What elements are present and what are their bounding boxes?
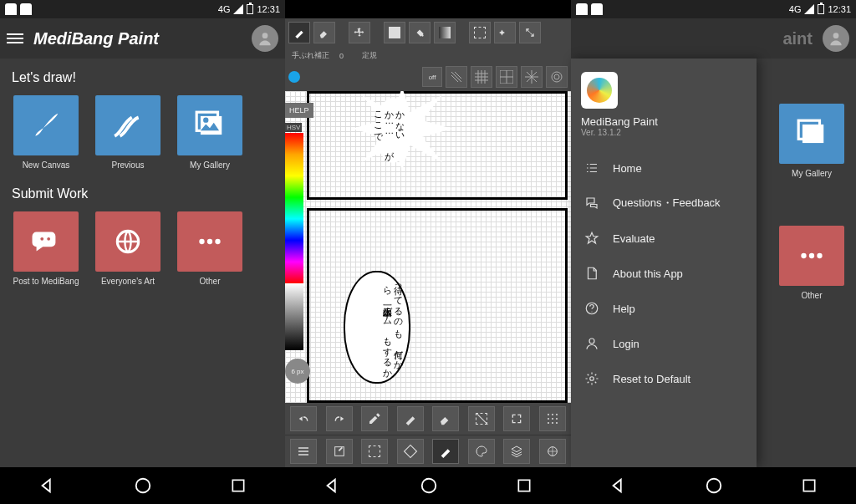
back-button[interactable]: [324, 476, 342, 495]
canvas[interactable]: かないか…… がここで 待ってるのも 何だから 一人山手線ゲーム もするか HE…: [285, 91, 571, 403]
svg-point-15: [552, 414, 553, 415]
android-navbar: [285, 467, 571, 504]
eyedropper-button[interactable]: [361, 406, 388, 431]
tool-select[interactable]: [469, 22, 491, 43]
brush-tab[interactable]: [432, 439, 459, 464]
grid-button[interactable]: [539, 406, 566, 431]
bg-tile-other: Other: [777, 226, 846, 300]
svg-point-28: [833, 33, 839, 38]
eraser-button[interactable]: [432, 406, 459, 431]
profile-avatar[interactable]: [252, 25, 278, 52]
svg-point-14: [548, 414, 549, 415]
ruler-grid[interactable]: [471, 66, 492, 88]
materials-button[interactable]: [539, 439, 566, 464]
drawer-item-reset[interactable]: Reset to Default: [571, 361, 757, 396]
tile-everyones-art[interactable]: Everyone's Art: [94, 211, 162, 286]
signal-icon: [804, 4, 814, 14]
profile-avatar[interactable]: [823, 25, 849, 52]
hsv-label[interactable]: HSV: [285, 123, 302, 132]
redo-button[interactable]: [326, 406, 353, 431]
help-button[interactable]: HELP: [285, 103, 313, 118]
tool-transform[interactable]: [519, 22, 541, 43]
svg-point-13: [552, 72, 562, 82]
drawer-item-help[interactable]: Help: [571, 291, 757, 326]
svg-point-0: [262, 33, 268, 38]
hue-slider[interactable]: [285, 133, 303, 283]
home-button[interactable]: [134, 476, 152, 495]
tile-other[interactable]: Other: [176, 211, 244, 286]
ruler-concentric[interactable]: [546, 66, 568, 88]
svg-point-18: [552, 418, 553, 420]
svg-point-32: [809, 253, 814, 258]
toolbar-settings-row: 手ぶれ補正 0 定規: [285, 47, 571, 64]
list-icon: [584, 160, 599, 176]
svg-point-5: [47, 237, 50, 241]
undo-button[interactable]: [290, 406, 317, 431]
ruler-off[interactable]: off: [422, 67, 442, 87]
back-button[interactable]: [609, 476, 628, 495]
drawer-item-home[interactable]: Home: [571, 150, 757, 186]
tool-pen[interactable]: [288, 22, 310, 43]
drawer-item-about[interactable]: About this App: [571, 256, 757, 291]
stabilizer-value[interactable]: 0: [336, 50, 347, 62]
rotate-button[interactable]: [397, 439, 424, 464]
tool-eraser[interactable]: [313, 22, 335, 43]
svg-point-19: [556, 418, 558, 420]
tool-wand[interactable]: [494, 22, 516, 43]
recents-button[interactable]: [801, 477, 818, 494]
drawer-item-feedback[interactable]: Questions・Feedback: [571, 186, 757, 221]
home-button[interactable]: [705, 476, 723, 495]
layers-button[interactable]: [503, 439, 530, 464]
brush-size-knob[interactable]: 6 px: [285, 359, 310, 384]
color-indicator[interactable]: [288, 71, 300, 83]
brushes-icon: [112, 109, 144, 141]
pen-button[interactable]: [397, 406, 424, 431]
tool-fill[interactable]: [384, 22, 405, 43]
edit-button[interactable]: [326, 439, 353, 464]
tool-move[interactable]: [349, 22, 370, 43]
signal-icon: [233, 4, 243, 14]
tool-bucket[interactable]: [409, 22, 431, 43]
svg-point-7: [199, 239, 204, 244]
star-icon: [584, 231, 599, 246]
status-bar: [285, 0, 571, 18]
phone-drawer-screen: 4G 12:31 aint My Gallery Other: [571, 0, 856, 504]
svg-point-26: [422, 479, 436, 493]
home-panel: Let's draw! New Canvas Previous My Galle…: [0, 59, 285, 467]
android-navbar: [571, 467, 856, 504]
tile-post-medibang[interactable]: Post to MediBang: [12, 211, 80, 286]
drawer-version: Ver. 13.1.2: [581, 128, 746, 137]
palette-button[interactable]: [468, 439, 495, 464]
svg-point-35: [589, 339, 594, 344]
ruler-vanishing[interactable]: [496, 66, 517, 88]
toolbar-bottom: [285, 403, 571, 467]
selection-button[interactable]: [361, 439, 388, 464]
fullscreen-button[interactable]: [503, 406, 530, 431]
svg-rect-24: [404, 445, 416, 458]
drawer-item-login[interactable]: Login: [571, 326, 757, 361]
svg-point-4: [40, 237, 43, 241]
menu-button[interactable]: [290, 439, 317, 464]
status-bar: 4G 12:31: [571, 0, 856, 18]
deselect-button[interactable]: [468, 406, 495, 431]
network-label: 4G: [218, 4, 231, 14]
svg-point-9: [215, 239, 220, 244]
tile-new-canvas[interactable]: New Canvas: [12, 95, 80, 170]
tile-previous[interactable]: Previous: [94, 95, 162, 170]
ruler-radial[interactable]: [521, 66, 543, 88]
speech-bubble-1: かないか…… がここで: [375, 98, 410, 163]
tool-gradient[interactable]: [434, 22, 456, 43]
tile-my-gallery[interactable]: My Gallery: [176, 95, 244, 170]
ruler-parallel[interactable]: [446, 66, 467, 88]
app-title: MediBang Paint: [33, 29, 242, 48]
svg-point-31: [801, 253, 806, 258]
recents-button[interactable]: [230, 477, 247, 494]
home-button[interactable]: [420, 476, 438, 495]
back-button[interactable]: [38, 476, 57, 495]
section-draw-title: Let's draw!: [12, 70, 273, 85]
value-slider[interactable]: [285, 283, 303, 350]
bg-tile-gallery: My Gallery: [777, 104, 846, 178]
menu-button[interactable]: [7, 33, 23, 43]
recents-button[interactable]: [516, 477, 532, 494]
drawer-item-evaluate[interactable]: Evaluate: [571, 221, 757, 256]
